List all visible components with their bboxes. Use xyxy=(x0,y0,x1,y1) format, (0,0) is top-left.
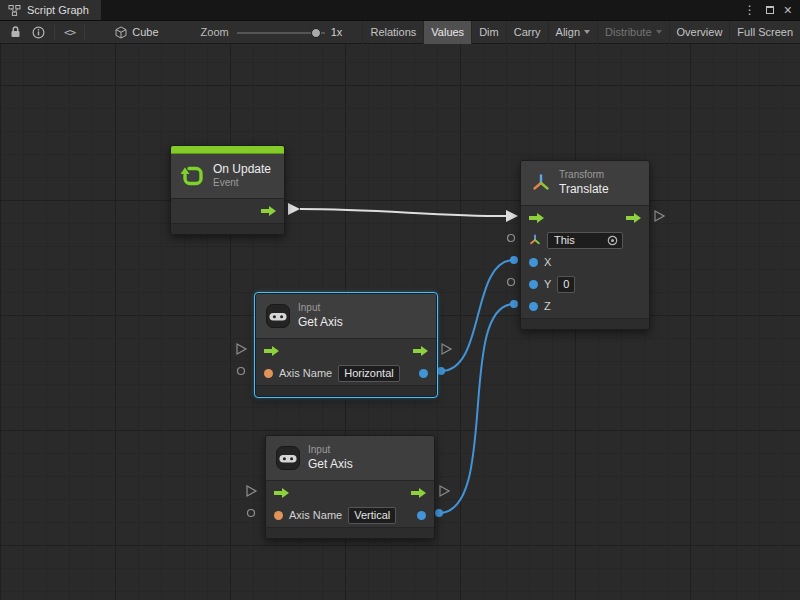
graph-icon xyxy=(8,4,21,17)
full-screen-button[interactable]: Full Screen xyxy=(729,21,800,44)
axis-name-port-row: Axis Name Vertical xyxy=(266,504,434,526)
getaxis-h-flow-output-marker[interactable] xyxy=(442,344,451,354)
tab-script-graph[interactable]: Script Graph xyxy=(0,0,101,20)
dim-button[interactable]: Dim xyxy=(471,21,506,44)
axis-name-label: Axis Name xyxy=(279,367,332,379)
node-title: Get Axis xyxy=(298,315,343,330)
object-picker-icon[interactable] xyxy=(607,235,618,246)
node-subtitle: Event xyxy=(213,177,271,190)
chevron-down-icon xyxy=(584,30,590,34)
zoom-slider[interactable] xyxy=(237,21,325,44)
flow-input-port[interactable] xyxy=(264,346,279,356)
cube-icon xyxy=(115,26,127,39)
event-accent-strip xyxy=(171,146,284,154)
node-category: Input xyxy=(298,302,343,315)
x-port-row: X xyxy=(521,251,649,273)
lock-icon[interactable] xyxy=(4,21,27,44)
x-port[interactable] xyxy=(529,258,538,267)
graph-canvas[interactable]: On Update Event Transform Tran xyxy=(0,44,800,600)
flow-output-port[interactable] xyxy=(411,488,426,498)
translate-this-input-marker[interactable] xyxy=(508,235,515,242)
window-menu-icon[interactable]: ⋮ xyxy=(744,4,756,16)
flow-input-port[interactable] xyxy=(274,488,289,498)
axis-name-label: Axis Name xyxy=(289,509,342,521)
axis-name-port[interactable] xyxy=(264,369,273,378)
node-title: Translate xyxy=(559,182,609,197)
flow-output-port[interactable] xyxy=(261,206,276,216)
getaxis-v-value-input-marker[interactable] xyxy=(248,510,255,517)
gamepad-icon xyxy=(266,304,290,328)
window-close-icon[interactable]: × xyxy=(784,3,792,17)
node-category: Transform xyxy=(559,169,609,182)
zoom-value: 1x xyxy=(331,26,343,38)
axis-name-port[interactable] xyxy=(274,511,283,520)
node-footer xyxy=(256,385,436,396)
getaxis-h-value-input-marker[interactable] xyxy=(238,368,245,375)
align-label: Align xyxy=(556,26,580,38)
zoom-label: Zoom xyxy=(201,26,229,38)
node-header: Transform Translate xyxy=(521,161,649,206)
values-button[interactable]: Values xyxy=(423,21,471,44)
target-selector[interactable]: Cube xyxy=(115,26,158,39)
on-update-icon xyxy=(181,164,205,188)
node-get-axis-horizontal[interactable]: Input Get Axis Axis Name Horizontal xyxy=(255,293,437,397)
flow-input-port[interactable] xyxy=(529,213,544,223)
carry-button[interactable]: Carry xyxy=(506,21,548,44)
getaxis-h-flow-input-marker[interactable] xyxy=(237,344,246,354)
x-port-label: X xyxy=(544,256,551,268)
result-output-port[interactable] xyxy=(417,511,426,520)
axis-name-field[interactable]: Vertical xyxy=(348,507,396,524)
window-controls: ⋮ × xyxy=(744,0,800,20)
node-get-axis-vertical[interactable]: Input Get Axis Axis Name Vertical xyxy=(265,435,435,539)
this-value: This xyxy=(554,234,575,247)
flow-port-row xyxy=(171,200,284,222)
z-port-row: Z xyxy=(521,295,649,317)
node-transform-translate[interactable]: Transform Translate This xyxy=(520,160,650,330)
node-on-update-event[interactable]: On Update Event xyxy=(170,145,285,235)
node-footer xyxy=(521,318,649,329)
node-header: Input Get Axis xyxy=(256,294,436,339)
toolbar-divider xyxy=(54,25,55,40)
translate-y-input-marker[interactable] xyxy=(508,279,515,286)
getaxis-v-flow-output-marker[interactable] xyxy=(440,486,449,496)
this-port-row: This xyxy=(521,229,649,251)
translate-flow-output-marker[interactable] xyxy=(655,211,664,221)
window-titlebar: Script Graph ⋮ × xyxy=(0,0,800,21)
align-button[interactable]: Align xyxy=(548,21,597,44)
flow-port-row xyxy=(521,207,649,229)
node-header: On Update Event xyxy=(171,154,284,199)
flow-port-row xyxy=(266,482,434,504)
code-icon[interactable]: <> xyxy=(59,21,80,44)
info-icon[interactable] xyxy=(27,21,50,44)
distribute-label: Distribute xyxy=(605,26,651,38)
node-footer xyxy=(171,223,284,234)
toolbar-divider xyxy=(84,25,85,40)
toolbar-right-group: Relations Values Dim Carry Align Distrib… xyxy=(362,21,800,44)
flow-output-port[interactable] xyxy=(413,346,428,356)
relations-button[interactable]: Relations xyxy=(362,21,423,44)
result-output-port[interactable] xyxy=(419,369,428,378)
z-port-label: Z xyxy=(544,300,551,312)
y-port[interactable] xyxy=(529,280,538,289)
graph-toolbar: <> Cube Zoom 1x Relations Values Dim Car… xyxy=(0,21,800,44)
flow-output-port[interactable] xyxy=(626,213,641,223)
getaxis-v-flow-input-marker[interactable] xyxy=(247,486,256,496)
wire-horizontal-to-x[interactable] xyxy=(437,256,518,375)
wire-on-update-to-translate[interactable] xyxy=(288,203,518,222)
z-port[interactable] xyxy=(529,302,538,311)
window-maximize-icon[interactable] xyxy=(766,6,774,14)
y-port-row: Y 0 xyxy=(521,273,649,295)
wire-vertical-to-z[interactable] xyxy=(435,300,518,517)
flow-port-row xyxy=(256,340,436,362)
overview-button[interactable]: Overview xyxy=(669,21,730,44)
node-header: Input Get Axis xyxy=(266,436,434,481)
chevron-down-icon xyxy=(656,30,662,34)
transform-mini-icon xyxy=(529,234,541,246)
zoom-slider-knob[interactable] xyxy=(311,28,321,38)
distribute-button[interactable]: Distribute xyxy=(597,21,668,44)
this-dropdown[interactable]: This xyxy=(547,232,623,249)
y-value-field[interactable]: 0 xyxy=(557,276,575,293)
gamepad-icon xyxy=(276,446,300,470)
axis-name-field[interactable]: Horizontal xyxy=(338,365,400,382)
node-title: Get Axis xyxy=(308,457,353,472)
